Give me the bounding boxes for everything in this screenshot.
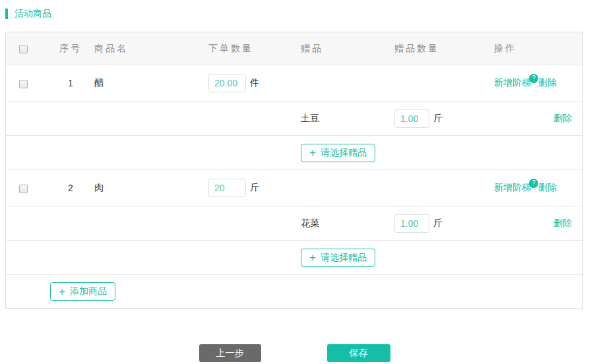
gift-qty-input[interactable] xyxy=(394,109,429,128)
section-header: 活动商品 xyxy=(5,8,584,20)
header-cell-product-name: 商品名 xyxy=(94,43,208,55)
plus-icon: + xyxy=(309,147,316,158)
help-icon[interactable]: ? xyxy=(529,179,538,188)
row-checkbox[interactable] xyxy=(19,185,28,193)
gift-qty-input[interactable] xyxy=(394,214,429,233)
gift-name: 土豆 xyxy=(301,113,394,125)
header-cell-gift-qty: 赠品数量 xyxy=(394,43,489,55)
select-gift-button[interactable]: + 请选择赠品 xyxy=(301,249,375,267)
select-gift-row: + 请选择赠品 xyxy=(6,135,582,169)
product-row: 2 肉 斤 新增阶梯? 删除 xyxy=(6,169,582,206)
add-product-label: 添加商品 xyxy=(70,286,107,297)
save-button[interactable]: 保存 xyxy=(327,344,390,362)
product-index: 1 xyxy=(47,78,94,88)
header-cell-index: 序号 xyxy=(47,43,94,55)
row-checkbox[interactable] xyxy=(19,80,28,88)
order-qty-input[interactable] xyxy=(208,74,246,92)
header-cell-gift: 赠品 xyxy=(301,43,394,55)
product-name: 肉 xyxy=(94,182,208,194)
select-gift-row: + 请选择赠品 xyxy=(6,240,582,274)
delete-product-link[interactable]: 删除 xyxy=(538,182,557,194)
help-icon[interactable]: ? xyxy=(529,74,538,83)
gift-name: 花菜 xyxy=(301,218,394,229)
prev-step-button[interactable]: 上一步 xyxy=(199,344,261,362)
delete-gift-link[interactable]: 删除 xyxy=(553,113,572,125)
delete-product-link[interactable]: 删除 xyxy=(538,77,557,89)
order-unit: 斤 xyxy=(250,182,259,194)
products-table: 序号 商品名 下单数量 赠品 赠品数量 操作 1 醋 件 新增阶梯? 删除 xyxy=(5,32,583,309)
header-cell-order-qty: 下单数量 xyxy=(208,43,301,55)
page-container: 活动商品 序号 商品名 下单数量 赠品 赠品数量 操作 1 醋 件 xyxy=(0,0,589,362)
table-header-row: 序号 商品名 下单数量 赠品 赠品数量 操作 xyxy=(6,32,582,65)
select-gift-button[interactable]: + 请选择赠品 xyxy=(301,144,375,162)
product-row: 1 醋 件 新增阶梯? 删除 xyxy=(6,65,582,101)
footer-actions: 上一步 保存 xyxy=(5,344,584,362)
product-index: 2 xyxy=(47,183,94,193)
header-cell-operation: 操作 xyxy=(489,43,582,55)
gift-unit: 斤 xyxy=(433,218,443,229)
select-all-checkbox[interactable] xyxy=(19,45,28,53)
order-qty-input[interactable] xyxy=(208,179,246,197)
add-tier-link[interactable]: 新增阶梯? xyxy=(494,182,538,194)
select-gift-label: 请选择赠品 xyxy=(321,252,367,264)
section-title: 活动商品 xyxy=(15,8,51,20)
gift-row: 土豆 斤 删除 xyxy=(6,101,582,135)
add-product-button[interactable]: + 添加商品 xyxy=(50,282,115,301)
select-gift-label: 请选择赠品 xyxy=(321,147,367,159)
plus-icon: + xyxy=(309,252,316,263)
gift-unit: 斤 xyxy=(433,113,443,125)
gift-row: 花菜 斤 删除 xyxy=(6,206,582,240)
delete-gift-link[interactable]: 删除 xyxy=(553,218,572,229)
add-tier-label: 新增阶梯 xyxy=(494,182,531,193)
order-unit: 件 xyxy=(250,77,259,89)
product-name: 醋 xyxy=(94,77,208,89)
add-tier-link[interactable]: 新增阶梯? xyxy=(494,77,538,89)
plus-icon: + xyxy=(59,286,65,297)
add-tier-label: 新增阶梯 xyxy=(494,77,531,88)
section-accent-bar xyxy=(5,9,8,19)
add-product-row: + 添加商品 xyxy=(6,274,582,308)
